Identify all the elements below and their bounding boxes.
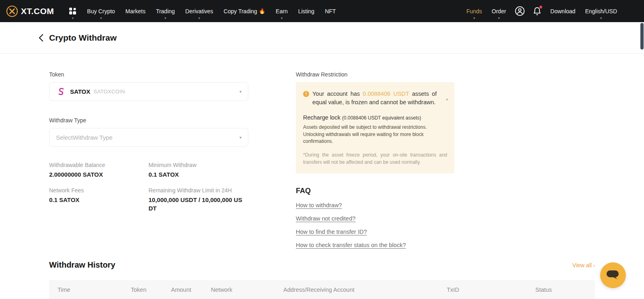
nav-label: Derivatives — [185, 8, 213, 14]
recharge-lock-sub: (0.0088406 USDT equivalent assets) — [342, 115, 421, 121]
xt-logo-icon — [6, 5, 18, 17]
profile-icon — [515, 6, 525, 16]
xt-logo[interactable]: XT.COM — [6, 5, 54, 17]
nav-item-earn[interactable]: Earn ▾ — [276, 0, 288, 22]
apps-grid-icon — [69, 7, 76, 15]
view-all-link[interactable]: View all › — [572, 262, 595, 268]
info-value: 10,000,000 USDT / 10,000,000 USDT — [149, 196, 243, 212]
column-amount: Amount — [171, 287, 211, 293]
nav-label: Order — [492, 8, 506, 14]
token-label: Token — [49, 71, 248, 78]
nav-label: Trading — [156, 8, 175, 14]
locale-selector[interactable]: English/USD ▾ — [585, 0, 617, 22]
column-network: Network — [211, 287, 283, 293]
nav-item-funds[interactable]: Funds ▾ — [466, 0, 482, 22]
withdraw-type-select[interactable]: SelectWithdraw Type ▾ — [49, 128, 248, 147]
apps-grid-menu[interactable]: ▾ — [69, 0, 76, 22]
info-remaining-limit: Remaining Withdraw Limit in 24H 10,000,0… — [149, 187, 248, 212]
restriction-footnote: *During the asset freeze period, your on… — [303, 152, 447, 166]
info-label: Network Fees — [49, 187, 149, 194]
nav-label: Buy Crypto — [87, 8, 115, 14]
arrow-right-icon: › — [593, 263, 595, 268]
history-table-header: Time Token Amount Network Address/Receiv… — [49, 280, 595, 299]
back-button[interactable] — [38, 34, 43, 42]
restriction-notice: ! Your account has 0.0088406 USDT assets… — [303, 90, 447, 107]
info-network-fees: Network Fees 0.1 SATOX — [49, 187, 149, 212]
crypto-withdraw-page: XT.COM ▾ Buy Crypto ▾ Markets Trading ▾ — [0, 0, 644, 299]
info-value: 2.00000000 SATOX — [49, 170, 149, 179]
top-navigation: XT.COM ▾ Buy Crypto ▾ Markets Trading ▾ — [0, 0, 644, 22]
faq-link-how-to-withdraw[interactable]: How to withdraw? — [296, 202, 454, 208]
support-chat-button[interactable] — [600, 262, 626, 288]
nav-label: Earn — [276, 8, 288, 14]
nav-item-download[interactable]: Download — [550, 0, 575, 22]
page-header: Crypto Withdraw — [0, 22, 644, 54]
nav-label: Funds — [466, 8, 482, 14]
recharge-lock-title: Recharge lock — [303, 114, 342, 121]
nav-label: Copy Trading — [224, 8, 257, 14]
chevron-down-icon: ▾ — [72, 16, 74, 20]
chevron-down-icon: ▾ — [600, 16, 602, 20]
withdraw-type-label: Withdraw Type — [49, 117, 248, 124]
notifications-button[interactable] — [533, 0, 541, 22]
profile-button[interactable] — [515, 0, 525, 22]
chevron-down-icon: ▾ — [281, 16, 283, 20]
withdraw-history-header: Withdraw History View all › — [49, 260, 595, 270]
info-label: Minimum Withdraw — [149, 162, 248, 168]
nav-label: Listing — [298, 8, 314, 14]
withdraw-form: Token SATOX SATOXCOIN ▾ Withdraw Type Se… — [49, 71, 248, 212]
token-select[interactable]: SATOX SATOXCOIN ▾ — [49, 82, 248, 101]
flame-icon: 🔥 — [259, 8, 265, 14]
nav-item-listing[interactable]: Listing — [298, 0, 314, 22]
nav-label: Download — [550, 8, 575, 14]
balance-info-grid: Withdrawable Balance 2.00000000 SATOX Mi… — [49, 162, 248, 212]
nav-label: Markets — [126, 8, 146, 14]
view-all-label: View all — [572, 262, 592, 268]
chevron-down-icon: ▾ — [498, 16, 500, 20]
nav-item-markets[interactable]: Markets — [126, 0, 146, 22]
nav-item-copy-trading[interactable]: Copy Trading 🔥 — [224, 0, 266, 22]
info-label: Withdrawable Balance — [49, 162, 149, 168]
chevron-down-icon: ▾ — [165, 16, 167, 20]
satox-token-icon — [56, 87, 66, 97]
notice-prefix: Your account has — [312, 91, 363, 97]
column-txid: TxID — [447, 287, 535, 293]
column-time: Time — [58, 287, 131, 293]
faq-link-transfer-status[interactable]: How to check transfer status on the bloc… — [296, 242, 454, 248]
nav-item-trading[interactable]: Trading ▾ — [156, 0, 175, 22]
nav-label: NFT — [325, 8, 336, 14]
column-status: Status — [535, 287, 586, 293]
restriction-notice-text: Your account has 0.0088406 USDT assets o… — [312, 90, 437, 107]
chevron-down-icon: ▾ — [198, 16, 200, 20]
recharge-lock-row: Recharge lock (0.0088406 USDT equivalent… — [303, 114, 447, 121]
restriction-and-faq: Withdraw Restriction ! Your account has … — [296, 71, 454, 248]
withdraw-type-placeholder: SelectWithdraw Type — [56, 134, 113, 141]
collapse-icon[interactable]: ▴ — [446, 97, 448, 101]
main-content: Token SATOX SATOXCOIN ▾ Withdraw Type Se… — [0, 54, 644, 299]
faq-link-transfer-id[interactable]: How to find the transfer ID? — [296, 229, 454, 235]
recharge-lock-description: Assets deposited will be subject to with… — [303, 124, 447, 145]
faq-title: FAQ — [296, 187, 454, 195]
chevron-down-icon: ▾ — [473, 16, 475, 20]
info-minimum-withdraw: Minimum Withdraw 0.1 SATOX — [149, 162, 248, 179]
scrollbar-thumb[interactable] — [640, 23, 644, 49]
info-withdrawable-balance: Withdrawable Balance 2.00000000 SATOX — [49, 162, 149, 179]
nav-right-cluster: Funds ▾ Order ▾ — [462, 0, 622, 22]
token-fullname: SATOXCOIN — [93, 89, 125, 95]
info-value: 0.1 SATOX — [49, 196, 149, 204]
nav-item-order[interactable]: Order ▾ — [492, 0, 506, 22]
faq-link-not-credited[interactable]: Withdraw not credited? — [296, 215, 454, 222]
brand-name: XT.COM — [21, 6, 54, 16]
warning-icon: ! — [303, 91, 309, 97]
locale-label: English/USD — [585, 8, 617, 14]
page-title: Crypto Withdraw — [49, 33, 117, 43]
chevron-down-icon: ▾ — [239, 135, 242, 140]
chevron-down-icon: ▾ — [100, 16, 102, 20]
nav-item-buy-crypto[interactable]: Buy Crypto ▾ — [87, 0, 115, 22]
info-value: 0.1 SATOX — [149, 170, 248, 179]
nav-item-derivatives[interactable]: Derivatives ▾ — [185, 0, 213, 22]
nav-item-nft[interactable]: NFT — [325, 0, 336, 22]
column-address: Address/Receiving Account — [283, 287, 447, 293]
column-token: Token — [131, 287, 171, 293]
notice-highlight: 0.0088406 USDT — [363, 91, 409, 97]
